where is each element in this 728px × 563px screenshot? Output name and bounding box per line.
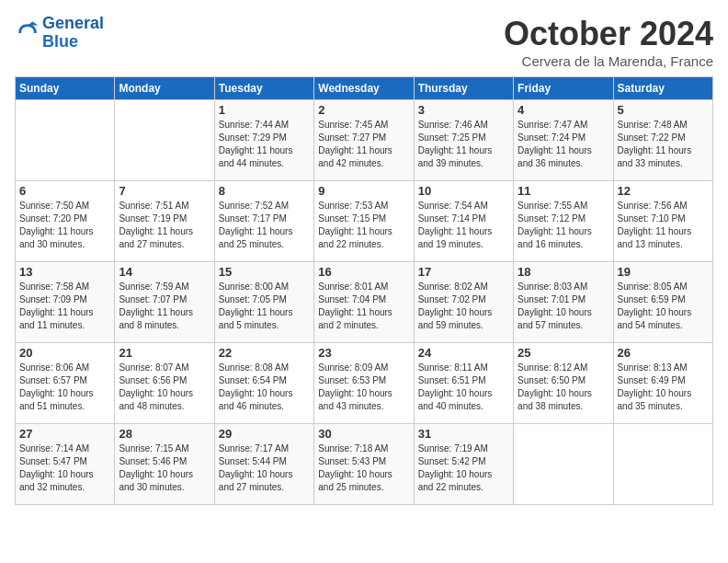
day-number: 14	[119, 265, 210, 279]
day-info: Sunrise: 7:47 AM Sunset: 7:24 PM Dayligh…	[518, 119, 609, 170]
day-number: 30	[318, 427, 409, 441]
day-number: 26	[618, 346, 709, 360]
calendar-cell: 28Sunrise: 7:15 AM Sunset: 5:46 PM Dayli…	[115, 424, 214, 505]
day-number: 15	[219, 265, 310, 279]
day-info: Sunrise: 8:09 AM Sunset: 6:53 PM Dayligh…	[318, 362, 409, 413]
calendar-cell	[514, 424, 613, 505]
calendar-cell: 6Sunrise: 7:50 AM Sunset: 7:20 PM Daylig…	[16, 181, 115, 262]
calendar-cell: 16Sunrise: 8:01 AM Sunset: 7:04 PM Dayli…	[314, 262, 414, 343]
day-number: 4	[518, 103, 609, 117]
day-info: Sunrise: 8:07 AM Sunset: 6:56 PM Dayligh…	[119, 362, 210, 413]
day-info: Sunrise: 7:52 AM Sunset: 7:17 PM Dayligh…	[219, 200, 310, 251]
calendar-cell: 4Sunrise: 7:47 AM Sunset: 7:24 PM Daylig…	[514, 100, 613, 181]
calendar-cell: 29Sunrise: 7:17 AM Sunset: 5:44 PM Dayli…	[214, 424, 313, 505]
day-info: Sunrise: 7:54 AM Sunset: 7:14 PM Dayligh…	[418, 200, 509, 251]
calendar-cell: 8Sunrise: 7:52 AM Sunset: 7:17 PM Daylig…	[214, 181, 313, 262]
calendar-table: SundayMondayTuesdayWednesdayThursdayFrid…	[15, 76, 713, 505]
day-number: 3	[418, 103, 509, 117]
day-number: 29	[219, 427, 310, 441]
day-number: 25	[518, 346, 609, 360]
day-number: 17	[418, 265, 509, 279]
calendar-week-row: 6Sunrise: 7:50 AM Sunset: 7:20 PM Daylig…	[16, 181, 713, 262]
calendar-cell: 30Sunrise: 7:18 AM Sunset: 5:43 PM Dayli…	[314, 424, 414, 505]
day-info: Sunrise: 7:59 AM Sunset: 7:07 PM Dayligh…	[119, 281, 210, 332]
day-number: 28	[119, 427, 210, 441]
day-info: Sunrise: 8:12 AM Sunset: 6:50 PM Dayligh…	[518, 362, 609, 413]
day-number: 5	[618, 103, 709, 117]
calendar-cell: 15Sunrise: 8:00 AM Sunset: 7:05 PM Dayli…	[214, 262, 313, 343]
logo-text: General Blue	[42, 15, 104, 52]
logo-line2: Blue	[42, 32, 78, 51]
calendar-cell: 5Sunrise: 7:48 AM Sunset: 7:22 PM Daylig…	[613, 100, 712, 181]
col-header-friday: Friday	[514, 77, 613, 100]
calendar-cell	[115, 100, 214, 181]
calendar-cell	[16, 100, 115, 181]
day-info: Sunrise: 8:02 AM Sunset: 7:02 PM Dayligh…	[418, 281, 509, 332]
calendar-cell: 9Sunrise: 7:53 AM Sunset: 7:15 PM Daylig…	[314, 181, 414, 262]
col-header-sunday: Sunday	[16, 77, 115, 100]
day-number: 9	[318, 184, 409, 198]
day-info: Sunrise: 7:19 AM Sunset: 5:42 PM Dayligh…	[418, 442, 509, 494]
calendar-cell: 11Sunrise: 7:55 AM Sunset: 7:12 PM Dayli…	[514, 181, 613, 262]
day-info: Sunrise: 8:05 AM Sunset: 6:59 PM Dayligh…	[618, 281, 709, 332]
day-number: 24	[418, 346, 509, 360]
title-block: October 2024 Cervera de la Marenda, Fran…	[504, 15, 713, 69]
calendar-cell: 10Sunrise: 7:54 AM Sunset: 7:14 PM Dayli…	[414, 181, 513, 262]
location: Cervera de la Marenda, France	[504, 53, 713, 69]
logo-icon	[15, 20, 40, 46]
calendar-cell: 21Sunrise: 8:07 AM Sunset: 6:56 PM Dayli…	[115, 343, 214, 424]
calendar-cell: 25Sunrise: 8:12 AM Sunset: 6:50 PM Dayli…	[514, 343, 613, 424]
day-info: Sunrise: 7:48 AM Sunset: 7:22 PM Dayligh…	[618, 119, 709, 170]
calendar-cell: 14Sunrise: 7:59 AM Sunset: 7:07 PM Dayli…	[115, 262, 214, 343]
day-info: Sunrise: 8:11 AM Sunset: 6:51 PM Dayligh…	[418, 362, 509, 413]
calendar-cell: 26Sunrise: 8:13 AM Sunset: 6:49 PM Dayli…	[613, 343, 712, 424]
day-info: Sunrise: 7:51 AM Sunset: 7:19 PM Dayligh…	[119, 200, 210, 251]
col-header-tuesday: Tuesday	[214, 77, 313, 100]
calendar-cell: 27Sunrise: 7:14 AM Sunset: 5:47 PM Dayli…	[16, 424, 115, 505]
day-info: Sunrise: 7:14 AM Sunset: 5:47 PM Dayligh…	[19, 442, 110, 494]
calendar-cell: 13Sunrise: 7:58 AM Sunset: 7:09 PM Dayli…	[16, 262, 115, 343]
calendar-cell: 24Sunrise: 8:11 AM Sunset: 6:51 PM Dayli…	[414, 343, 513, 424]
logo: General Blue	[15, 15, 104, 52]
day-number: 21	[119, 346, 210, 360]
day-info: Sunrise: 7:45 AM Sunset: 7:27 PM Dayligh…	[318, 119, 409, 170]
calendar-cell: 23Sunrise: 8:09 AM Sunset: 6:53 PM Dayli…	[314, 343, 414, 424]
calendar-week-row: 1Sunrise: 7:44 AM Sunset: 7:29 PM Daylig…	[16, 100, 713, 181]
day-info: Sunrise: 8:03 AM Sunset: 7:01 PM Dayligh…	[518, 281, 609, 332]
day-info: Sunrise: 8:13 AM Sunset: 6:49 PM Dayligh…	[618, 362, 709, 413]
day-number: 2	[318, 103, 409, 117]
calendar-week-row: 27Sunrise: 7:14 AM Sunset: 5:47 PM Dayli…	[16, 424, 713, 505]
calendar-cell: 3Sunrise: 7:46 AM Sunset: 7:25 PM Daylig…	[414, 100, 513, 181]
calendar-cell	[613, 424, 712, 505]
day-number: 19	[618, 265, 709, 279]
day-number: 18	[518, 265, 609, 279]
calendar-cell: 17Sunrise: 8:02 AM Sunset: 7:02 PM Dayli…	[414, 262, 513, 343]
day-info: Sunrise: 7:58 AM Sunset: 7:09 PM Dayligh…	[19, 281, 110, 332]
calendar-cell: 2Sunrise: 7:45 AM Sunset: 7:27 PM Daylig…	[314, 100, 414, 181]
day-number: 10	[418, 184, 509, 198]
calendar-cell: 18Sunrise: 8:03 AM Sunset: 7:01 PM Dayli…	[514, 262, 613, 343]
day-info: Sunrise: 7:53 AM Sunset: 7:15 PM Dayligh…	[318, 200, 409, 251]
day-number: 13	[19, 265, 110, 279]
calendar-cell: 12Sunrise: 7:56 AM Sunset: 7:10 PM Dayli…	[613, 181, 712, 262]
day-number: 12	[618, 184, 709, 198]
logo-line1: General	[42, 14, 104, 32]
day-number: 22	[219, 346, 310, 360]
day-info: Sunrise: 8:06 AM Sunset: 6:57 PM Dayligh…	[19, 362, 110, 413]
day-info: Sunrise: 7:55 AM Sunset: 7:12 PM Dayligh…	[518, 200, 609, 251]
calendar-header-row: SundayMondayTuesdayWednesdayThursdayFrid…	[16, 77, 713, 100]
day-info: Sunrise: 8:01 AM Sunset: 7:04 PM Dayligh…	[318, 281, 409, 332]
day-info: Sunrise: 7:46 AM Sunset: 7:25 PM Dayligh…	[418, 119, 509, 170]
day-info: Sunrise: 7:17 AM Sunset: 5:44 PM Dayligh…	[219, 442, 310, 494]
calendar-week-row: 13Sunrise: 7:58 AM Sunset: 7:09 PM Dayli…	[16, 262, 713, 343]
day-number: 7	[119, 184, 210, 198]
col-header-saturday: Saturday	[613, 77, 712, 100]
col-header-monday: Monday	[115, 77, 214, 100]
col-header-thursday: Thursday	[414, 77, 513, 100]
month-title: October 2024	[504, 15, 713, 53]
day-info: Sunrise: 7:56 AM Sunset: 7:10 PM Dayligh…	[618, 200, 709, 251]
calendar-cell: 7Sunrise: 7:51 AM Sunset: 7:19 PM Daylig…	[115, 181, 214, 262]
day-number: 11	[518, 184, 609, 198]
day-number: 6	[19, 184, 110, 198]
col-header-wednesday: Wednesday	[314, 77, 414, 100]
